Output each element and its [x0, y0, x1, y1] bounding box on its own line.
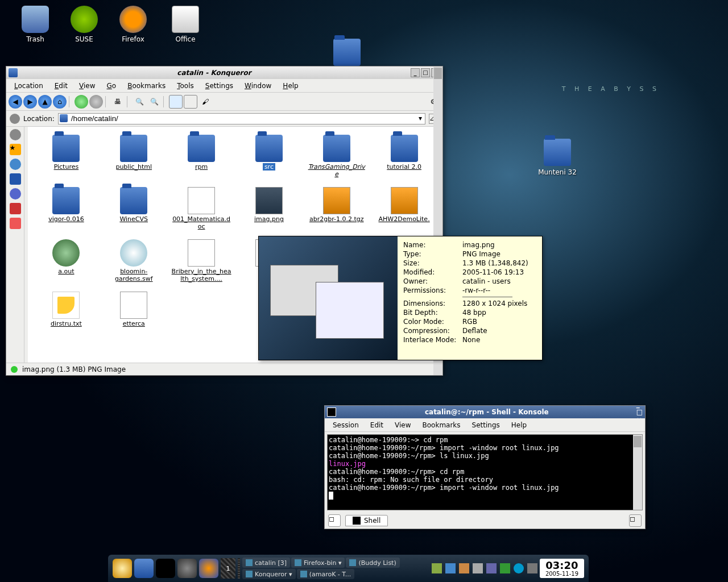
zoom-in-button[interactable]: 🔍: [133, 95, 146, 109]
tray-icon[interactable]: [459, 563, 469, 573]
file-item[interactable]: 001_Matematica.doc: [169, 185, 234, 232]
desktop-icon-floating-folder[interactable]: [324, 39, 370, 68]
tooltip-key: Interlace Mode:: [403, 336, 462, 344]
home-launcher[interactable]: [134, 559, 154, 578]
konsole-menubar: SessionEditViewBookmarksSettingsHelp: [325, 418, 645, 432]
sidebar-config-button[interactable]: [10, 218, 21, 229]
tray-icon-k[interactable]: [514, 563, 524, 573]
minimize-button[interactable]: _: [411, 68, 420, 77]
file-item[interactable]: etterca: [101, 289, 167, 330]
menu-edit[interactable]: Edit: [366, 420, 388, 430]
file-item[interactable]: tutorial 2.0: [371, 132, 437, 180]
taskbar-task[interactable]: (Buddy List): [346, 558, 399, 568]
menu-window[interactable]: Window: [240, 81, 276, 91]
tooltip-value: imag.png: [462, 241, 495, 249]
menu-help[interactable]: Help: [507, 420, 531, 430]
file-item[interactable]: TransGaming_Drive: [304, 132, 369, 180]
file-item[interactable]: WineCVS: [101, 185, 167, 232]
desktop-icon-trash[interactable]: Trash: [13, 6, 58, 43]
taskbar-task[interactable]: Konqueror ▾: [242, 569, 296, 579]
sidebar-history-button[interactable]: [10, 159, 21, 170]
file-item[interactable]: src: [237, 132, 302, 180]
file-item[interactable]: public_html: [101, 132, 167, 180]
icon-view-button[interactable]: [169, 95, 183, 109]
file-item[interactable]: rpm: [169, 132, 234, 180]
home-button[interactable]: ⌂: [53, 95, 67, 109]
tree-view-button[interactable]: 🖌: [198, 95, 212, 109]
menu-bookmarks[interactable]: Bookmarks: [123, 81, 170, 91]
maximize-button[interactable]: □: [636, 408, 643, 416]
taskbar-task[interactable]: catalin [3]: [242, 558, 290, 568]
print-button[interactable]: 🖶: [111, 95, 125, 109]
scrollbar-vertical[interactable]: [633, 435, 642, 510]
sidebar-root-button[interactable]: [10, 203, 21, 214]
sidebar-bookmarks-button[interactable]: ★: [10, 144, 21, 155]
desktop-icon-munteni[interactable]: Munteni 32: [535, 139, 580, 176]
konqueror-titlebar[interactable]: catalin - Konqueror _ □ ×: [6, 66, 442, 79]
file-item[interactable]: imag.png: [237, 185, 302, 232]
desktop-icon-office[interactable]: Office: [163, 6, 208, 43]
file-item[interactable]: abr2gbr-1.0.2.tgz: [304, 185, 369, 232]
list-view-button[interactable]: [184, 95, 197, 109]
menu-settings[interactable]: Settings: [201, 81, 238, 91]
menu-edit[interactable]: Edit: [50, 81, 72, 91]
desktop-icon-firefox[interactable]: Firefox: [110, 6, 156, 43]
location-dropdown[interactable]: ▾: [416, 114, 424, 122]
file-label: dirstru.txt: [36, 320, 97, 327]
file-item[interactable]: a.out: [34, 237, 99, 285]
back-button[interactable]: ◀: [9, 95, 22, 109]
minimize-button[interactable]: _: [636, 400, 643, 408]
taskbar-separator: [238, 558, 240, 579]
location-input[interactable]: [58, 113, 425, 124]
tray-icon[interactable]: [500, 563, 510, 573]
tray-icon[interactable]: [473, 563, 483, 573]
file-item[interactable]: Pictures: [34, 132, 99, 180]
konsole-terminal[interactable]: catalin@home-199009:~> cd rpmcatalin@hom…: [327, 434, 643, 510]
reload-button[interactable]: [75, 95, 88, 109]
up-button[interactable]: ▲: [38, 95, 52, 109]
file-label: Pictures: [36, 163, 97, 171]
menu-tools[interactable]: Tools: [172, 81, 198, 91]
tab-close-button[interactable]: ◻: [629, 514, 642, 527]
sidebar-services-button[interactable]: [10, 129, 21, 140]
kmenu-button[interactable]: [113, 559, 132, 578]
menu-bookmarks[interactable]: Bookmarks: [418, 420, 465, 430]
menu-go[interactable]: Go: [102, 81, 121, 91]
file-item[interactable]: vigor-0.016: [34, 185, 99, 232]
menu-location[interactable]: Location: [10, 81, 48, 91]
desktop-pager[interactable]: 1: [221, 558, 235, 579]
file-item[interactable]: bloomin-gardens.swf: [101, 237, 167, 285]
menu-session[interactable]: Session: [328, 420, 363, 430]
desktop-icon-suse[interactable]: SUSE: [61, 6, 107, 43]
settings-launcher[interactable]: [177, 559, 197, 578]
sidebar-home-button[interactable]: [10, 173, 21, 185]
location-clear-button[interactable]: [10, 114, 20, 124]
tray-icon[interactable]: [486, 563, 497, 573]
folder-icon: [333, 39, 361, 66]
new-tab-button[interactable]: ◻: [328, 514, 341, 527]
stop-button[interactable]: [89, 95, 103, 109]
konsole-tab-shell[interactable]: Shell: [345, 515, 388, 526]
konsole-launcher[interactable]: [156, 559, 175, 578]
tray-icon[interactable]: [527, 563, 537, 573]
file-item[interactable]: dirstru.txt: [34, 289, 99, 330]
konsole-tab-label: Shell: [364, 517, 380, 525]
taskbar-task[interactable]: Firefox-bin ▾: [291, 558, 345, 568]
taskbar-clock[interactable]: 03:20 2005-11-19: [540, 559, 584, 579]
menu-help[interactable]: Help: [278, 81, 303, 91]
tray-icon[interactable]: [445, 563, 456, 573]
menu-settings[interactable]: Settings: [468, 420, 504, 430]
file-item[interactable]: Bribery_in_the_health_system....: [169, 237, 234, 285]
konsole-titlebar[interactable]: catalin@:~/rpm - Shell - Konsole _ □ ×: [325, 406, 645, 418]
tray-icon[interactable]: [432, 563, 442, 573]
maximize-button[interactable]: □: [421, 68, 430, 77]
taskbar-task[interactable]: (amaroK - T...: [297, 569, 355, 579]
file-item[interactable]: AHW2DemoLite.: [371, 185, 437, 232]
forward-button[interactable]: ▶: [23, 95, 37, 109]
sidebar-network-button[interactable]: [10, 188, 21, 199]
zoom-out-button[interactable]: 🔍: [147, 95, 161, 109]
firefox-launcher[interactable]: [199, 559, 218, 578]
tooltip-thumbnail: [259, 236, 398, 360]
menu-view[interactable]: View: [390, 420, 415, 430]
menu-view[interactable]: View: [75, 81, 100, 91]
